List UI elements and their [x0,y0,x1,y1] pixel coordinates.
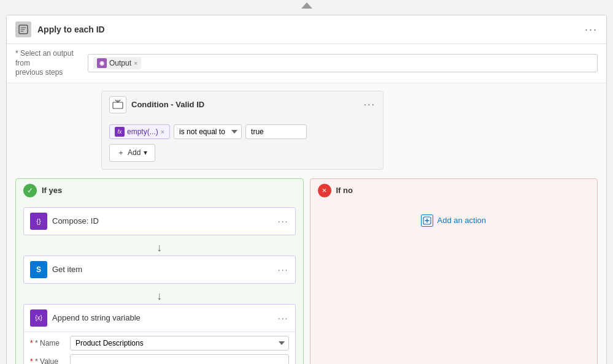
condition-value-input[interactable] [245,124,307,139]
check-icon: ✓ [27,186,33,195]
fx-icon: fx [115,127,125,137]
output-tag-icon: ◉ [97,58,107,68]
output-tag-label: Output [109,59,131,67]
value-field-row: * * Value S Description × [30,354,289,364]
if-yes-body: {} Compose: ID ··· ↓ [16,202,303,364]
fx-tag-close[interactable]: × [161,128,164,135]
output-row: * Select an output from previous steps ◉… [7,44,606,83]
condition-block: Condition - Valid ID ··· fx empty(...) ×… [101,91,384,170]
get-item-action-header: S Get item ··· [24,256,295,283]
get-item-action-block: S Get item ··· [23,256,296,284]
fx-tag: fx empty(...) × [109,124,170,139]
name-field-row: * * Name Product Descriptions [30,336,289,351]
get-item-action-left: S Get item [30,261,82,278]
if-no-header: × If no [310,179,598,202]
append-var-header: {x} Append to string variable ··· [24,305,295,332]
main-content: Condition - Valid ID ··· fx empty(...) ×… [7,83,606,364]
output-tag: ◉ Output × [93,57,141,69]
chevron-up-icon [301,2,313,9]
header-more-button[interactable]: ··· [585,23,598,36]
condition-title: Condition - Valid ID [131,100,204,109]
append-var-body: * * Name Product Descriptions * [24,332,295,364]
apply-to-each-card: Apply to each ID ··· * Select an output … [6,15,607,364]
output-tag-container[interactable]: ◉ Output × [88,54,598,72]
variable-icon: {x} [30,309,47,327]
condition-operator-select[interactable]: is not equal to is equal to is greater t… [174,124,242,139]
append-var-block: {x} Append to string variable ··· * * Na… [23,304,296,364]
value-field-label: * * Value [30,354,64,364]
condition-header-left: Condition - Valid ID [109,96,204,113]
add-condition-label: Add [128,148,141,157]
if-yes-icon: ✓ [23,184,37,197]
branches-row: ✓ If yes {} Compose: ID [15,178,598,364]
add-action-button[interactable]: Add an action [421,214,486,227]
loop-icon [15,21,31,37]
if-no-branch: × If no Add an action [310,178,598,364]
sharepoint-icon: S [30,261,47,278]
compose-action-header: {} Compose: ID ··· [24,208,295,235]
get-item-more-button[interactable]: ··· [278,265,289,275]
condition-body: fx empty(...) × is not equal to is equal… [102,118,383,169]
if-no-icon: × [318,184,331,197]
if-yes-label: If yes [42,186,62,195]
add-action-icon [421,214,433,227]
if-no-label: If no [336,186,353,195]
card-title: Apply to each ID [37,25,105,34]
value-field-textarea[interactable]: S Description × [70,354,289,364]
compose-action-block: {} Compose: ID ··· [23,207,296,235]
name-field-label: * * Name [30,336,64,347]
condition-row: fx empty(...) × is not equal to is equal… [109,124,376,139]
svg-rect-1 [113,102,123,108]
append-var-more-button[interactable]: ··· [278,313,289,323]
svg-line-4 [118,100,120,102]
append-var-title: Append to string variable [52,313,141,322]
add-condition-button[interactable]: ＋ Add ▾ [109,144,155,162]
svg-line-3 [115,100,118,102]
add-condition-plus-icon: ＋ [117,148,125,158]
add-action-label: Add an action [437,216,486,225]
name-field-select[interactable]: Product Descriptions [70,336,289,351]
condition-icon [109,96,126,113]
arrow-down-2: ↓ [23,289,296,304]
compose-more-button[interactable]: ··· [278,216,289,226]
output-label: * Select an output from previous steps [15,49,83,78]
close-icon: × [322,186,327,194]
card-header: Apply to each ID ··· [7,15,606,44]
compose-title: Compose: ID [52,216,99,226]
add-condition-chevron-icon: ▾ [144,148,147,157]
if-yes-header: ✓ If yes [16,179,303,202]
arrow-down-1: ↓ [23,240,296,256]
if-yes-branch: ✓ If yes {} Compose: ID [15,178,304,364]
output-tag-close[interactable]: × [134,59,137,67]
condition-more-button[interactable]: ··· [364,99,376,110]
append-var-left: {x} Append to string variable [30,309,141,327]
condition-header: Condition - Valid ID ··· [102,91,383,118]
get-item-title: Get item [52,265,82,274]
header-left: Apply to each ID [15,21,105,37]
add-action-area: Add an action [310,202,598,239]
compose-icon: {} [30,213,47,230]
fx-tag-label: empty(...) [127,127,158,136]
compose-action-left: {} Compose: ID [30,213,99,230]
